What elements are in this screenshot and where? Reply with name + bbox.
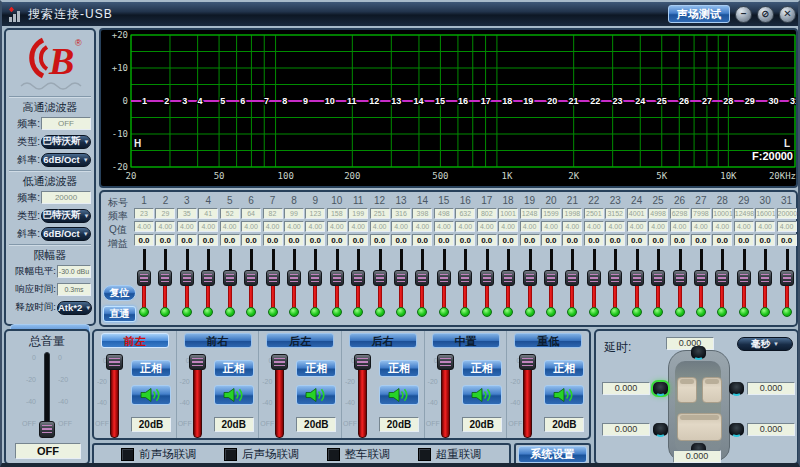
band-gain-field[interactable]: 0.0 xyxy=(412,234,432,246)
band-freq-field[interactable]: 52 xyxy=(220,208,240,219)
limiter-attack-input[interactable]: 0.3ms xyxy=(57,283,91,296)
slider-knob[interactable] xyxy=(737,270,751,286)
band-q-field[interactable]: 4.00 xyxy=(455,221,475,232)
band-gain-slider[interactable] xyxy=(455,249,475,311)
slider-knob[interactable] xyxy=(308,270,322,286)
slider-knob[interactable] xyxy=(519,354,536,370)
slider-knob[interactable] xyxy=(158,270,172,286)
band-gain-field[interactable]: 0.0 xyxy=(605,234,625,246)
slider-knob[interactable] xyxy=(106,354,123,370)
band-q-field[interactable]: 4.00 xyxy=(562,221,582,232)
slider-knob[interactable] xyxy=(330,270,344,286)
band-gain-slider[interactable] xyxy=(670,249,690,311)
speaker-rear-right[interactable] xyxy=(729,423,744,436)
band-q-field[interactable]: 4.00 xyxy=(241,221,261,232)
band-gain-field[interactable]: 0.0 xyxy=(155,234,175,246)
band-gain-field[interactable]: 0.0 xyxy=(177,234,197,246)
delay-rear-center-field[interactable]: 0.000 xyxy=(673,450,721,463)
band-q-field[interactable]: 4.00 xyxy=(627,221,647,232)
band-gain-field[interactable]: 0.0 xyxy=(562,234,582,246)
band-gain-slider[interactable] xyxy=(562,249,582,311)
band-gain-field[interactable]: 0.0 xyxy=(541,234,561,246)
band-freq-field[interactable]: 2501 xyxy=(584,208,604,219)
band-gain-slider[interactable] xyxy=(477,249,497,311)
slider-knob[interactable] xyxy=(715,270,729,286)
lpf-type-select[interactable]: 巴特沃斯▼ xyxy=(41,209,91,223)
channel-gain-field[interactable]: 20dB xyxy=(462,417,502,432)
mute-button[interactable] xyxy=(379,385,419,405)
band-gain-field[interactable]: 0.0 xyxy=(198,234,218,246)
band-gain-slider[interactable] xyxy=(777,249,797,311)
slider-knob[interactable] xyxy=(189,354,206,370)
band-q-field[interactable]: 4.00 xyxy=(477,221,497,232)
slider-knob[interactable] xyxy=(565,270,579,286)
channel-volume-slider[interactable] xyxy=(275,354,284,438)
band-freq-field[interactable]: 23 xyxy=(134,208,154,219)
band-gain-field[interactable]: 0.0 xyxy=(648,234,668,246)
band-q-field[interactable]: 4.00 xyxy=(348,221,368,232)
hpf-type-select[interactable]: 巴特沃斯▼ xyxy=(41,135,91,149)
band-gain-slider[interactable] xyxy=(327,249,347,311)
phase-button[interactable]: 正相 xyxy=(296,360,336,377)
channel-volume-slider[interactable] xyxy=(523,354,532,438)
band-q-field[interactable]: 4.00 xyxy=(177,221,197,232)
band-gain-slider[interactable] xyxy=(627,249,647,311)
channel-volume-slider[interactable] xyxy=(358,354,367,438)
system-settings-button[interactable]: 系统设置 xyxy=(518,446,587,463)
band-gain-field[interactable]: 0.0 xyxy=(477,234,497,246)
slider-knob[interactable] xyxy=(780,270,794,286)
band-gain-field[interactable]: 0.0 xyxy=(455,234,475,246)
lpf-slope-select[interactable]: 6dB/Oct▼ xyxy=(41,227,91,241)
channel-gain-field[interactable]: 20dB xyxy=(379,417,419,432)
band-freq-field[interactable]: 123 xyxy=(305,208,325,219)
channel-tab-前右[interactable]: 前右 xyxy=(184,333,252,348)
channel-tab-重低[interactable]: 重低 xyxy=(514,333,582,348)
slider-knob[interactable] xyxy=(523,270,537,286)
delay-front-center-field[interactable]: 0.000 xyxy=(666,337,714,350)
band-q-field[interactable]: 4.00 xyxy=(691,221,711,232)
band-gain-field[interactable]: 0.0 xyxy=(734,234,754,246)
close-button[interactable]: ✕ xyxy=(779,6,796,23)
band-gain-field[interactable]: 0.0 xyxy=(777,234,797,246)
band-gain-slider[interactable] xyxy=(370,249,390,311)
slider-knob[interactable] xyxy=(544,270,558,286)
slider-knob[interactable] xyxy=(630,270,644,286)
channel-tab-后右[interactable]: 后右 xyxy=(349,333,417,348)
slider-knob[interactable] xyxy=(437,354,454,370)
band-q-field[interactable]: 4.00 xyxy=(434,221,454,232)
band-q-field[interactable]: 4.00 xyxy=(777,221,797,232)
limiter-level-input[interactable]: -30.0 dBu xyxy=(57,265,91,278)
phase-button[interactable]: 正相 xyxy=(214,360,254,377)
channel-gain-field[interactable]: 20dB xyxy=(214,417,254,432)
phase-button[interactable]: 正相 xyxy=(379,360,419,377)
reset-button[interactable]: 复位 xyxy=(103,285,136,301)
slider-knob[interactable] xyxy=(223,270,237,286)
band-q-field[interactable]: 4.00 xyxy=(712,221,732,232)
band-gain-field[interactable]: 0.0 xyxy=(520,234,540,246)
band-freq-field[interactable]: 316 xyxy=(391,208,411,219)
band-gain-slider[interactable] xyxy=(155,249,175,311)
mute-button[interactable] xyxy=(462,385,502,405)
slider-knob[interactable] xyxy=(587,270,601,286)
band-gain-slider[interactable] xyxy=(584,249,604,311)
band-gain-field[interactable]: 0.0 xyxy=(627,234,647,246)
band-freq-field[interactable]: 398 xyxy=(412,208,432,219)
band-q-field[interactable]: 4.00 xyxy=(284,221,304,232)
channel-volume-slider[interactable] xyxy=(193,354,202,438)
checkbox[interactable] xyxy=(224,448,237,461)
band-q-field[interactable]: 4.00 xyxy=(520,221,540,232)
channel-tab-前左[interactable]: 前左 xyxy=(101,333,169,348)
band-freq-field[interactable]: 199 xyxy=(348,208,368,219)
band-gain-slider[interactable] xyxy=(691,249,711,311)
speaker-front-left[interactable] xyxy=(653,382,668,395)
band-freq-field[interactable]: 35 xyxy=(177,208,197,219)
slider-knob[interactable] xyxy=(480,270,494,286)
channel-gain-field[interactable]: 20dB xyxy=(544,417,584,432)
hpf-freq-input[interactable]: OFF xyxy=(41,117,91,130)
checkbox[interactable] xyxy=(327,448,340,461)
band-gain-slider[interactable] xyxy=(220,249,240,311)
slider-knob[interactable] xyxy=(437,270,451,286)
band-freq-field[interactable]: 41 xyxy=(198,208,218,219)
band-gain-field[interactable]: 0.0 xyxy=(134,234,154,246)
band-freq-field[interactable]: 1998 xyxy=(562,208,582,219)
